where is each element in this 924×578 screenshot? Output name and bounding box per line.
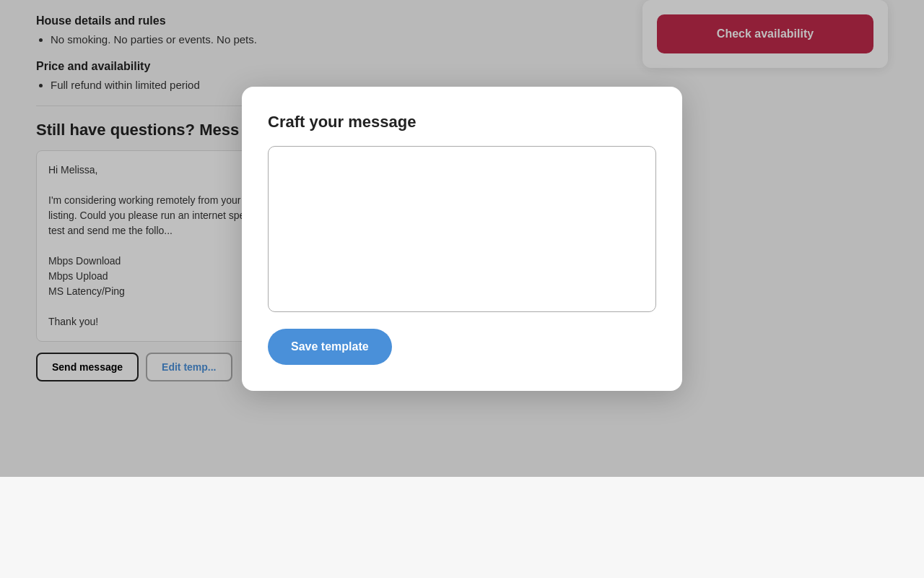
modal-overlay: Craft your message Save template [0,0,924,477]
message-template-textarea[interactable] [268,146,656,312]
save-template-button[interactable]: Save template [268,329,392,365]
craft-message-modal: Craft your message Save template [242,87,682,391]
modal-title: Craft your message [268,113,656,131]
